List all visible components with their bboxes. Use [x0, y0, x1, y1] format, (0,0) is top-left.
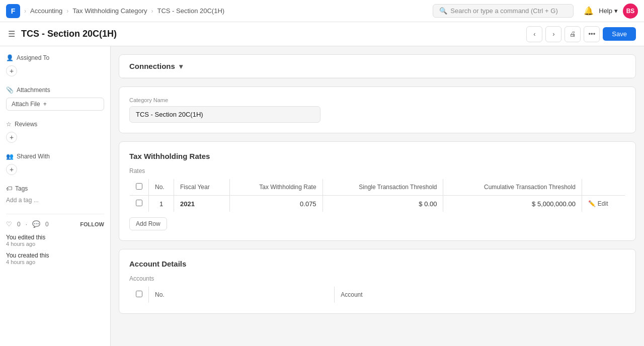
reviews-label: ☆ Reviews: [6, 121, 104, 128]
chevron-down-icon: ▾: [179, 62, 183, 70]
notifications-icon[interactable]: 🔔: [584, 6, 594, 16]
activity-time-2: 4 hours ago: [6, 259, 104, 265]
tags-label: 🏷 Tags: [6, 185, 104, 192]
accounts-table: No. Account: [129, 286, 625, 303]
chevron-down-icon: ▾: [614, 7, 618, 15]
shared-with-label: 👥 Shared With: [6, 153, 104, 160]
rates-label: Rates: [129, 167, 625, 175]
row-checkbox-cell: [130, 196, 149, 212]
sidebar: 👤 Assigned To + 📎 Attachments Attach Fil…: [0, 46, 111, 346]
activity-time-1: 4 hours ago: [6, 241, 104, 247]
activity-text-2: You created this: [6, 252, 104, 259]
activity-text-1: You edited this: [6, 234, 104, 241]
header-actions: [582, 179, 625, 196]
header-cumulative-threshold: Cumulative Transaction Threshold: [443, 179, 582, 196]
hamburger-icon[interactable]: ☰: [8, 29, 15, 39]
next-button[interactable]: ›: [545, 26, 561, 42]
rates-table: No. Fiscal Year Tax Withholding Rate Sin…: [129, 179, 625, 212]
add-tag-button[interactable]: Add a tag ...: [6, 197, 39, 204]
likes-count: 0: [17, 221, 21, 228]
more-button[interactable]: •••: [584, 26, 600, 42]
comment-icon[interactable]: 💬: [32, 220, 40, 228]
shared-with-section: 👥 Shared With +: [6, 153, 104, 175]
breadcrumb-sep-3: ›: [151, 8, 153, 15]
category-name-value: TCS - Section 20C(1H): [129, 106, 320, 123]
help-button[interactable]: Help ▾: [599, 7, 618, 15]
follow-button[interactable]: FOLLOW: [80, 221, 104, 227]
row-single-threshold: $ 0.00: [323, 196, 443, 212]
search-bar[interactable]: 🔍 Search or type a command (Ctrl + G): [433, 4, 574, 18]
attachments-section: 📎 Attachments Attach File +: [6, 86, 104, 111]
accounts-header-row: No. Account: [130, 287, 625, 303]
accounts-label: Accounts: [129, 275, 625, 282]
category-name-label: Category Name: [129, 97, 625, 103]
table-row: 1 2021 0.075 $ 0.00 $ 5,000,000.00 ✏️ Ed…: [130, 196, 625, 212]
paperclip-icon: 📎: [6, 86, 14, 94]
attach-file-button[interactable]: Attach File +: [6, 98, 104, 111]
social-row: ♡ 0 · 💬 0 FOLLOW: [6, 220, 104, 228]
breadcrumb-tax-withholding[interactable]: Tax Withholding Category: [72, 7, 147, 15]
breadcrumb-sep-2: ›: [66, 8, 68, 15]
main-layout: 👤 Assigned To + 📎 Attachments Attach Fil…: [0, 46, 644, 346]
activity-item-1: You edited this 4 hours ago: [6, 234, 104, 247]
page-title: TCS - Section 20C(1H): [21, 29, 117, 39]
header-actions: ‹ › 🖨 ••• Save: [526, 26, 636, 42]
account-details-body: Account Details Accounts No. Account: [119, 249, 635, 313]
category-card-body: Category Name TCS - Section 20C(1H): [119, 87, 635, 133]
page-header: ☰ TCS - Section 20C(1H) ‹ › 🖨 ••• Save: [0, 22, 644, 46]
dot-sep: ·: [26, 221, 27, 228]
add-review-button[interactable]: +: [6, 132, 17, 143]
search-icon: 🔍: [439, 7, 447, 15]
header-fiscal-year: Fiscal Year: [174, 179, 230, 196]
select-all-checkbox[interactable]: [136, 183, 142, 190]
tax-withholding-rates-card: Tax Withholding Rates Rates No. Fiscal Y…: [119, 141, 636, 241]
connections-header[interactable]: Connections ▾: [119, 55, 635, 78]
breadcrumb-sep-1: ›: [24, 8, 26, 15]
prev-button[interactable]: ‹: [526, 26, 542, 42]
save-button[interactable]: Save: [603, 27, 636, 41]
accounts-select-all[interactable]: [136, 291, 142, 297]
edit-row-button[interactable]: ✏️ Edit: [588, 200, 619, 207]
add-shared-button[interactable]: +: [6, 164, 17, 175]
breadcrumb-accounting[interactable]: Accounting: [30, 7, 62, 15]
row-no: 1: [149, 196, 174, 212]
row-cumulative-threshold: $ 5,000,000.00: [443, 196, 582, 212]
activity-item-2: You created this 4 hours ago: [6, 252, 104, 265]
user-icon: 👤: [6, 54, 14, 61]
comments-count: 0: [45, 221, 49, 228]
tax-rates-title: Tax Withholding Rates: [129, 152, 625, 160]
star-icon: ☆: [6, 121, 12, 128]
header-tax-rate: Tax Withholding Rate: [230, 179, 323, 196]
main-content: Connections ▾ Category Name TCS - Sectio…: [111, 46, 644, 346]
row-fiscal-year: 2021: [174, 196, 230, 212]
connections-title: Connections: [129, 62, 175, 70]
assigned-to-label: 👤 Assigned To: [6, 54, 104, 61]
row-tax-rate: 0.075: [230, 196, 323, 212]
category-card: Category Name TCS - Section 20C(1H): [119, 86, 636, 133]
account-details-title: Account Details: [129, 260, 625, 268]
avatar[interactable]: BS: [623, 4, 638, 19]
accounts-header-no: No.: [149, 287, 335, 303]
top-nav: F › Accounting › Tax Withholding Categor…: [0, 0, 644, 22]
accounts-header-account: Account: [335, 287, 625, 303]
like-icon[interactable]: ♡: [6, 220, 12, 228]
reviews-section: ☆ Reviews +: [6, 121, 104, 143]
row-checkbox[interactable]: [136, 200, 142, 206]
add-row-button[interactable]: Add Row: [129, 217, 167, 230]
top-right-actions: 🔔 Help ▾ BS: [584, 4, 638, 19]
table-header-row: No. Fiscal Year Tax Withholding Rate Sin…: [130, 179, 625, 196]
print-button[interactable]: 🖨: [565, 26, 581, 42]
tax-rates-body: Tax Withholding Rates Rates No. Fiscal Y…: [119, 142, 635, 240]
header-single-threshold: Single Transaction Threshold: [323, 179, 443, 196]
tags-section: 🏷 Tags Add a tag ...: [6, 185, 104, 204]
tag-icon: 🏷: [6, 185, 12, 192]
plus-icon: +: [43, 101, 47, 108]
header-checkbox: [130, 179, 149, 196]
breadcrumb-current: TCS - Section 20C(1H): [157, 7, 224, 15]
accounts-header-checkbox: [130, 287, 149, 303]
app-logo[interactable]: F: [6, 4, 20, 18]
add-assigned-button[interactable]: +: [6, 65, 17, 76]
header-no: No.: [149, 179, 174, 196]
assigned-to-section: 👤 Assigned To +: [6, 54, 104, 76]
row-edit-cell: ✏️ Edit: [582, 196, 625, 212]
